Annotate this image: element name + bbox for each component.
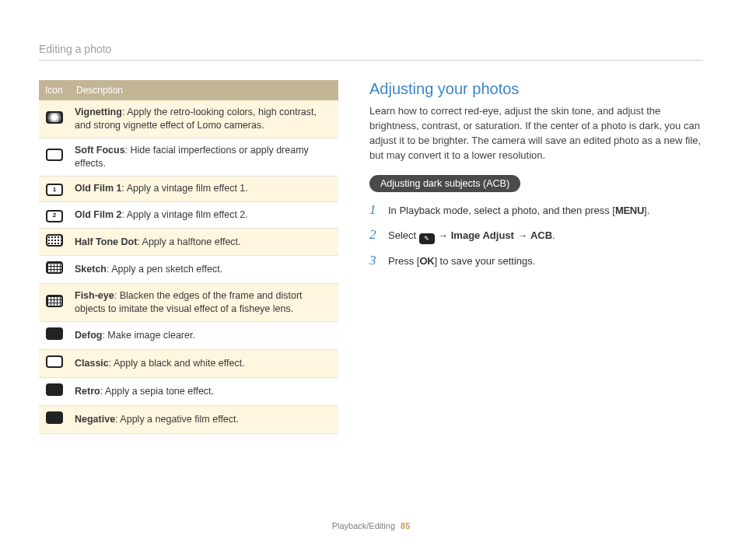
desc-cell: Soft Focus: Hide facial imperfections or…: [70, 138, 338, 176]
effect-desc: : Apply a halftone effect.: [137, 236, 240, 247]
effect-name: Fish-eye: [75, 290, 114, 301]
desc-cell: Retro: Apply a sepia tone effect.: [70, 377, 338, 405]
section-title: Adjusting your photos: [369, 80, 703, 98]
table-row: 1Old Film 1: Apply a vintage film effect…: [39, 176, 338, 201]
soft-focus-icon: [46, 149, 63, 161]
effect-desc: : Apply a vintage film effect 2.: [121, 209, 247, 220]
step-2: 2 Select ✎→Image Adjust→ACB.: [369, 228, 703, 244]
halftone-icon: [46, 234, 63, 247]
effect-desc: : Apply a pen sketch effect.: [107, 264, 222, 275]
subsection-pill: Adjusting dark subjects (ACB): [369, 175, 520, 192]
icon-cell: [39, 322, 70, 350]
effect-name: Half Tone Dot: [75, 236, 137, 247]
desc-cell: Half Tone Dot: Apply a halftone effect.: [70, 228, 338, 256]
steps-list: 1 In Playback mode, select a photo, and …: [369, 203, 703, 268]
step-number: 2: [369, 228, 380, 244]
effect-name: Defog: [75, 330, 102, 341]
page-header: Editing a photo: [39, 43, 703, 61]
effect-desc: : Apply a sepia tone effect.: [100, 386, 214, 397]
vignetting-icon: [46, 111, 63, 124]
icon-cell: [39, 377, 70, 405]
section-intro: Learn how to correct red-eye, adjust the…: [369, 104, 703, 163]
desc-cell: Old Film 2: Apply a vintage film effect …: [70, 202, 338, 228]
step-text: In Playback mode, select a photo, and th…: [388, 203, 649, 219]
page-number: 85: [401, 521, 410, 530]
content-columns: Icon Description Vignetting: Apply the r…: [39, 80, 703, 434]
sketch-icon: [46, 261, 63, 274]
table-row: Half Tone Dot: Apply a halftone effect.: [39, 228, 338, 256]
effects-table: Icon Description Vignetting: Apply the r…: [39, 80, 338, 434]
table-row: Vignetting: Apply the retro-looking colo…: [39, 100, 338, 138]
ok-button-label: OK: [419, 255, 434, 267]
old-film-2-icon: 2: [46, 210, 63, 222]
classic-icon: [46, 355, 63, 368]
menu-button-label: MENU: [615, 205, 644, 216]
effect-name: Sketch: [75, 264, 107, 275]
retro-icon: [46, 383, 63, 396]
effect-name: Classic: [75, 358, 109, 369]
icon-cell: 1: [39, 176, 70, 201]
table-row: Soft Focus: Hide facial imperfections or…: [39, 138, 338, 176]
table-row: Defog: Make image clearer.: [39, 322, 338, 350]
step-text: Select ✎→Image Adjust→ACB.: [388, 228, 555, 244]
step-3: 3 Press [OK] to save your settings.: [369, 254, 703, 269]
effect-desc: : Apply a black and white effect.: [109, 358, 245, 369]
icon-cell: [39, 100, 70, 138]
icon-cell: [39, 138, 70, 176]
old-film-1-icon: 1: [46, 184, 63, 196]
icon-cell: [39, 256, 70, 284]
table-row: 2Old Film 2: Apply a vintage film effect…: [39, 202, 338, 228]
step-number: 3: [369, 254, 380, 269]
table-row: Sketch: Apply a pen sketch effect.: [39, 256, 338, 284]
icon-cell: [39, 349, 70, 377]
footer-section: Playback/Editing: [332, 521, 395, 530]
effect-name: Old Film 1: [75, 183, 121, 194]
desc-cell: Defog: Make image clearer.: [70, 322, 338, 350]
edit-mode-icon: ✎: [419, 233, 435, 244]
negative-icon: [46, 411, 63, 424]
desc-cell: Sketch: Apply a pen sketch effect.: [70, 256, 338, 284]
table-row: Negative: Apply a negative film effect.: [39, 405, 338, 433]
effect-desc: : Apply a negative film effect.: [115, 414, 239, 425]
effect-desc: : Apply a vintage film effect 1.: [121, 183, 247, 194]
desc-cell: Old Film 1: Apply a vintage film effect …: [70, 176, 338, 201]
defog-icon: [46, 327, 63, 340]
step-text: Press [OK] to save your settings.: [388, 254, 535, 269]
step-number: 1: [369, 203, 380, 219]
icon-cell: [39, 405, 70, 433]
desc-cell: Fish-eye: Blacken the edges of the frame…: [70, 284, 338, 322]
breadcrumb: Editing a photo: [39, 43, 111, 55]
table-row: Fish-eye: Blacken the edges of the frame…: [39, 284, 338, 322]
desc-cell: Vignetting: Apply the retro-looking colo…: [70, 100, 338, 138]
table-row: Classic: Apply a black and white effect.: [39, 349, 338, 377]
effect-name: Vignetting: [75, 107, 122, 117]
fisheye-icon: [46, 295, 63, 307]
icon-cell: [39, 228, 70, 256]
table-row: Retro: Apply a sepia tone effect.: [39, 377, 338, 405]
desc-cell: Classic: Apply a black and white effect.: [70, 349, 338, 377]
th-icon: Icon: [39, 80, 70, 100]
effect-name: Retro: [75, 386, 100, 397]
icon-cell: 2: [39, 202, 70, 228]
adjust-column: Adjusting your photos Learn how to corre…: [369, 80, 703, 434]
desc-cell: Negative: Apply a negative film effect.: [70, 405, 338, 433]
effect-name: Soft Focus: [75, 145, 125, 156]
effect-name: Old Film 2: [75, 209, 121, 220]
effect-name: Negative: [75, 414, 115, 425]
step-1: 1 In Playback mode, select a photo, and …: [369, 203, 703, 219]
effect-desc: : Make image clearer.: [102, 330, 195, 341]
page-footer: Playback/Editing 85: [0, 521, 742, 530]
icon-cell: [39, 284, 70, 322]
th-desc: Description: [70, 80, 338, 100]
effects-column: Icon Description Vignetting: Apply the r…: [39, 80, 338, 434]
